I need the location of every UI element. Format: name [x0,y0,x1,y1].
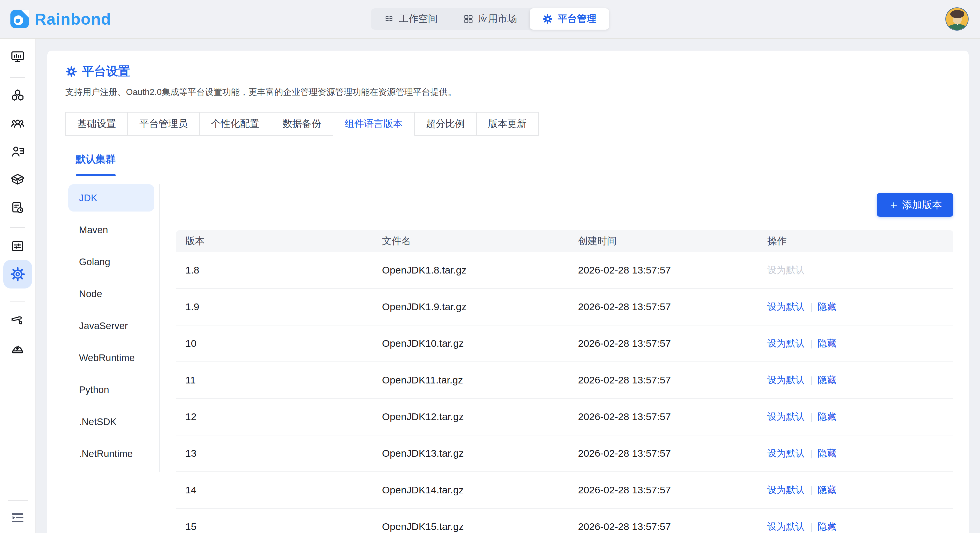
rainbond-logo-icon [10,10,29,29]
set-default-link[interactable]: 设为默认 [767,447,805,460]
set-default-link[interactable]: 设为默认 [767,520,805,533]
settings-tab[interactable]: 基础设置 [66,113,128,136]
tab-default-cluster[interactable]: 默认集群 [65,152,126,176]
cell-actions: 设为默认 | 隐藏 [758,411,953,423]
user-avatar[interactable] [945,7,969,31]
dashboard-monitor-icon[interactable] [10,49,25,65]
hide-link[interactable]: 隐藏 [818,520,836,533]
col-created: 创建时间 [569,235,758,248]
cell-created: 2026-02-28 13:57:57 [569,301,758,313]
hide-link[interactable]: 隐藏 [818,300,836,313]
cell-actions: 设为默认 | 隐藏 [758,300,953,313]
action-divider: | [810,521,812,532]
page-description: 支持用户注册、Oauth2.0集成等平台设置功能，更丰富的企业管理资源管理功能在… [65,86,969,98]
cell-version: 11 [176,374,373,386]
add-version-button[interactable]: ＋添加版本 [877,193,953,217]
sidebar-divider [8,500,28,501]
language-item[interactable]: JDK [68,184,154,211]
nav-app-market[interactable]: 应用市场 [450,8,530,30]
cell-actions: 设为默认 | 隐藏 [758,484,953,497]
cell-filename: OpenJDK10.tar.gz [373,338,569,349]
monitor-camera-icon[interactable] [10,313,25,328]
language-item[interactable]: Golang [68,248,154,276]
action-divider: | [810,448,812,459]
cell-created: 2026-02-28 13:57:57 [569,265,758,276]
alarm-icon[interactable] [10,341,25,356]
cell-actions: 设为默认 | 隐藏 [758,337,953,350]
table-row: 14 OpenJDK14.tar.gz 2026-02-28 13:57:57 … [176,472,953,509]
language-item[interactable]: .NetSDK [68,408,154,435]
cell-version: 1.9 [176,301,373,313]
set-default-link[interactable]: 设为默认 [767,374,805,386]
cell-filename: OpenJDK13.tar.gz [373,448,569,459]
cluster-hexagons-icon[interactable] [10,88,25,103]
hide-link[interactable]: 隐藏 [818,411,836,423]
settings-tab[interactable]: 超分比例 [415,113,477,136]
table-header: 版本 文件名 创建时间 操作 [176,230,953,252]
nav-workspace[interactable]: 工作空间 [371,8,450,30]
cell-created: 2026-02-28 13:57:57 [569,411,758,422]
settings-tab[interactable]: 数据备份 [271,113,333,136]
settings-tab[interactable]: 平台管理员 [128,113,200,136]
settings-gear-icon [10,266,25,282]
toolbar: ＋添加版本 [176,193,953,217]
settings-tab[interactable]: 版本更新 [477,113,539,136]
versions-table: 版本 文件名 创建时间 操作 1.8 OpenJDK1.8.tar.gz 202… [176,230,953,533]
cell-filename: OpenJDK1.8.tar.gz [373,265,569,276]
add-version-label: 添加版本 [902,198,942,212]
set-default-link[interactable]: 设为默认 [767,337,805,350]
nav-platform-admin-label: 平台管理 [558,12,597,25]
set-default-link[interactable]: 设为默认 [767,300,805,313]
settings-tabs: 基础设置平台管理员个性化配置数据备份组件语言版本超分比例版本更新 [65,112,539,136]
cell-created: 2026-02-28 13:57:57 [569,521,758,532]
language-item[interactable]: Maven [68,216,154,244]
settings-tab[interactable]: 组件语言版本 [333,113,415,136]
hide-link[interactable]: 隐藏 [818,484,836,497]
action-divider: | [810,411,812,422]
cluster-tabs: 默认集群 [65,152,969,176]
cell-actions: 设为默认 | 隐藏 [758,520,953,533]
col-version: 版本 [176,235,373,248]
plus-icon: ＋ [888,199,899,210]
cell-version: 14 [176,484,373,496]
settings-tab[interactable]: 个性化配置 [200,113,271,136]
table-row: 1.8 OpenJDK1.8.tar.gz 2026-02-28 13:57:5… [176,252,953,289]
language-item[interactable]: Python [68,376,154,403]
nav-workspace-label: 工作空间 [399,12,438,25]
page-header: 平台设置 [65,63,969,79]
config-panel-icon[interactable] [10,238,25,254]
hide-link[interactable]: 隐藏 [818,337,836,350]
user-list-icon[interactable] [10,144,25,159]
cell-created: 2026-02-28 13:57:57 [569,484,758,496]
page-title: 平台设置 [82,63,130,79]
cell-actions: 设为默认 | 隐藏 [758,264,953,276]
table-row: 1.9 OpenJDK1.9.tar.gz 2026-02-28 13:57:5… [176,289,953,325]
cell-filename: OpenJDK1.9.tar.gz [373,301,569,313]
language-item[interactable]: Node [68,280,154,308]
logo-text: Rainbond [35,10,111,28]
hide-link[interactable]: 隐藏 [818,447,836,460]
set-default-link[interactable]: 设为默认 [767,411,805,423]
language-item[interactable]: JavaServer [68,312,154,339]
set-default-link[interactable]: 设为默认 [767,484,805,497]
team-icon[interactable] [10,116,25,131]
table-row: 15 OpenJDK15.tar.gz 2026-02-28 13:57:57 … [176,509,953,533]
action-divider: | [810,338,812,349]
language-item[interactable]: WebRuntime [68,344,154,371]
col-actions: 操作 [758,235,953,248]
collapse-menu-icon[interactable] [10,510,25,525]
layers-icon [383,14,395,24]
sidebar-divider [10,301,25,302]
set-default-link[interactable]: 设为默认 [767,264,805,276]
language-list: JDKMavenGolangNodeJavaServerWebRuntimePy… [47,184,160,472]
audit-log-icon[interactable] [10,200,25,216]
language-item[interactable]: .NetRuntime [68,440,154,467]
cell-filename: OpenJDK14.tar.gz [373,484,569,496]
table-row: 13 OpenJDK13.tar.gz 2026-02-28 13:57:57 … [176,435,953,472]
grid-icon [463,14,474,24]
sidebar-item-settings-active[interactable] [3,260,32,289]
logo[interactable]: Rainbond [10,10,111,29]
app-package-icon[interactable] [10,171,25,187]
nav-platform-admin[interactable]: 平台管理 [530,8,609,30]
hide-link[interactable]: 隐藏 [818,374,836,386]
